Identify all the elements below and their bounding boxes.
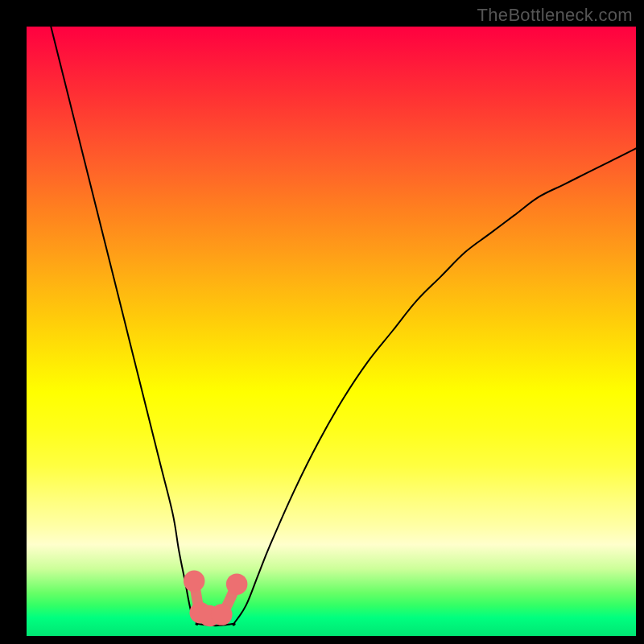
marker-dot-0	[184, 571, 205, 592]
marker-dot-4	[226, 573, 248, 595]
chart-curve	[27, 27, 636, 636]
bottleneck-curve	[51, 27, 636, 625]
chart-frame: TheBottleneck.com	[0, 0, 644, 644]
chart-plot-area	[27, 27, 636, 636]
marker-dot-3	[211, 604, 233, 625]
watermark-text: TheBottleneck.com	[477, 5, 633, 26]
